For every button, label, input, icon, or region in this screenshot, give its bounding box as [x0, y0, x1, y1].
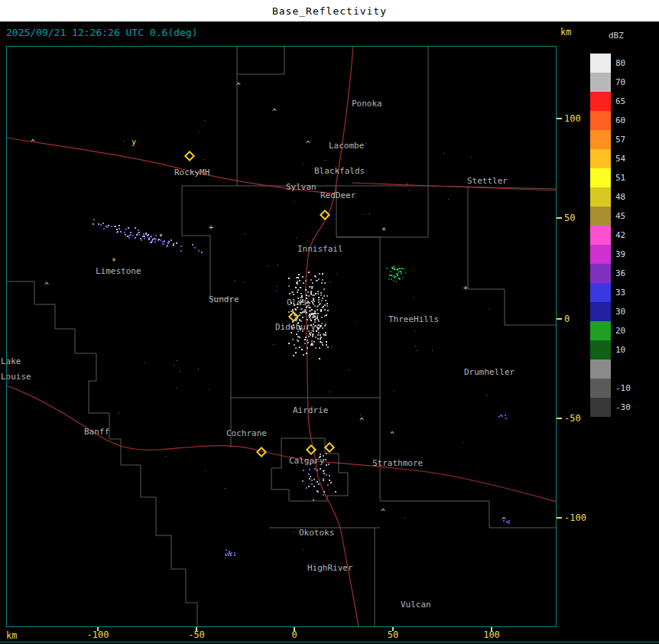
colorbar-block: 20: [590, 321, 638, 340]
colorbar-block-label: 42: [615, 230, 638, 240]
right-axis-tick: [557, 517, 562, 519]
bottom-axis-tick-label: -100: [87, 629, 109, 640]
colorbar-block-label: 57: [615, 135, 638, 145]
right-axis-unit-label: km: [560, 27, 571, 37]
colorbar-block: 57: [590, 130, 638, 149]
colorbar-block-label: -10: [615, 383, 638, 393]
colorbar-block: 39: [590, 245, 638, 264]
colorbar-block-label: 65: [615, 96, 638, 106]
colorbar-swatch: [590, 245, 611, 264]
bottom-axis-tick: [97, 627, 99, 631]
bottom-axis-tick: [196, 627, 197, 631]
colorbar-swatch: [590, 111, 611, 130]
bottom-axis-tick-label: 100: [483, 629, 500, 640]
colorbar-block: 45: [590, 207, 638, 226]
colorbar-swatch: [590, 398, 611, 417]
bottom-axis-tick-label: -50: [188, 629, 205, 640]
colorbar-swatch: [590, 302, 611, 321]
colorbar-swatch: [590, 359, 611, 379]
plot-frame: [6, 46, 557, 627]
colorbar-swatch: [590, 73, 611, 92]
right-axis-tick-label: 0: [564, 314, 570, 324]
colorbar-swatch: [590, 207, 611, 226]
timestamp-label: 2025/09/21 12:26:26 UTC 0.6(deg): [6, 27, 197, 38]
bottom-axis-tick-label: 0: [291, 629, 297, 640]
colorbar-block-label: 80: [615, 58, 638, 68]
colorbar-swatch: [590, 187, 611, 207]
right-axis-tick: [557, 118, 562, 119]
bottom-axis-tick: [392, 627, 394, 631]
colorbar-swatch: [590, 54, 611, 73]
right-axis-tick-label: -50: [564, 413, 581, 424]
right-axis-tick: [557, 217, 562, 219]
colorbar-block-label: 30: [615, 307, 638, 317]
colorbar-block-label: 36: [615, 268, 638, 278]
colorbar-block-label: 20: [615, 326, 638, 336]
window-title: Base_Reflectivity: [272, 5, 387, 17]
bottom-axis-unit-label: km: [6, 630, 17, 641]
colorbar-block: 36: [590, 264, 638, 283]
colorbar-block: 54: [590, 149, 638, 168]
colorbar-block: 10: [590, 340, 638, 359]
colorbar-block-label: 33: [615, 288, 638, 298]
radar-app-window: Base_Reflectivity 2025/09/21 12:26:26 UT…: [0, 0, 659, 644]
colorbar-block: 60: [590, 111, 638, 130]
colorbar-block-label: -30: [615, 402, 638, 412]
right-axis-tick-label: 100: [564, 113, 581, 124]
colorbar-block: 70: [590, 73, 638, 92]
colorbar-swatch: [590, 283, 611, 302]
colorbar-swatch: [590, 92, 611, 111]
colorbar-block-label: 54: [615, 154, 638, 164]
colorbar: 80706560575451484542393633302010-10-30: [590, 54, 638, 417]
colorbar-block: 80: [590, 54, 638, 73]
colorbar-block-label: 70: [615, 77, 638, 87]
colorbar-block-label: 48: [615, 192, 638, 202]
colorbar-swatch: [590, 226, 611, 245]
colorbar-block: -30: [590, 398, 638, 417]
colorbar-block-label: 45: [615, 211, 638, 221]
right-axis-tick-label: 50: [564, 213, 575, 223]
colorbar-block: 65: [590, 92, 638, 111]
colorbar-swatch: [590, 340, 611, 359]
bottom-axis-tick: [294, 627, 295, 631]
colorbar-block: 30: [590, 302, 638, 321]
colorbar-block: [590, 359, 638, 379]
colorbar-swatch: [590, 264, 611, 283]
colorbar-block-label: 60: [615, 115, 638, 125]
colorbar-block: -10: [590, 379, 638, 398]
colorbar-block-label: 51: [615, 173, 638, 183]
right-axis-tick: [557, 318, 562, 320]
colorbar-block: 42: [590, 226, 638, 245]
colorbar-title: dBZ: [609, 31, 624, 41]
colorbar-swatch: [590, 149, 611, 168]
colorbar-block-label: 10: [615, 345, 638, 355]
colorbar-block: 48: [590, 187, 638, 207]
right-axis-tick: [557, 418, 562, 419]
colorbar-block: 51: [590, 168, 638, 187]
bottom-axis-tick: [491, 627, 492, 631]
colorbar-swatch: [590, 321, 611, 340]
colorbar-swatch: [590, 168, 611, 187]
bottom-axis-tick-label: 50: [388, 629, 398, 640]
bottom-separator: [0, 642, 659, 642]
title-bar: Base_Reflectivity: [0, 0, 659, 22]
colorbar-swatch: [590, 130, 611, 149]
colorbar-swatch: [590, 379, 611, 398]
right-axis-tick-label: -100: [564, 512, 586, 523]
colorbar-block-label: 39: [615, 249, 638, 259]
colorbar-block: 33: [590, 283, 638, 302]
